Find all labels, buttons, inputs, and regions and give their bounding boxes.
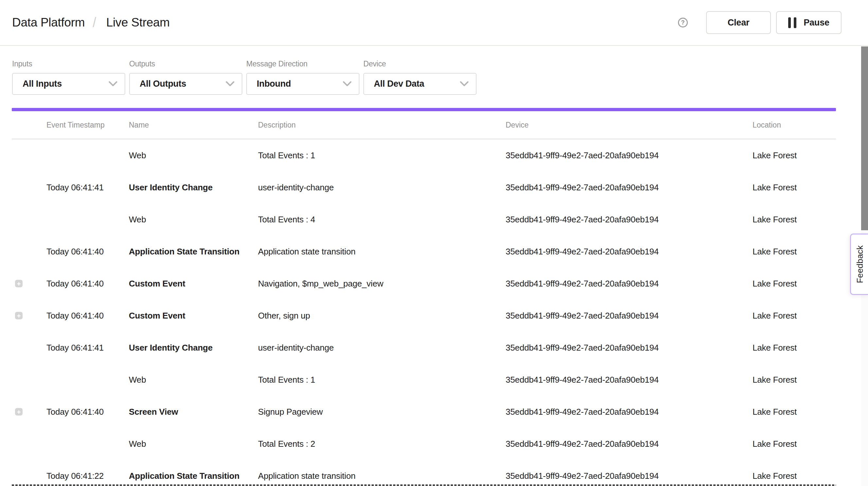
table-row: + Web Total Events : 1 35eddb41-9ff9-49e… [12, 364, 836, 396]
cell-location: Lake Forest [752, 471, 797, 481]
cell-name: User Identity Change [129, 343, 213, 353]
chevron-down-icon [460, 81, 469, 87]
cell-event-timestamp: Today 06:41:40 [46, 311, 104, 321]
cell-description: user-identity-change [258, 182, 334, 193]
table-row[interactable]: + Today 06:41:40 Custom Event Navigation… [12, 268, 836, 300]
dropdown-selected-value: Inbound [257, 79, 291, 89]
cell-device: 35eddb41-9ff9-49e2-7aed-20afa90eb194 [506, 407, 659, 417]
table-row: + Today 06:41:22 Application State Trans… [12, 460, 836, 486]
table-row: + Web Total Events : 4 35eddb41-9ff9-49e… [12, 204, 836, 236]
chevron-down-icon [226, 81, 235, 87]
pause-button[interactable]: Pause [776, 11, 841, 34]
scrollbar-thumb[interactable] [861, 47, 868, 230]
cell-location: Lake Forest [752, 439, 797, 449]
cell-device: 35eddb41-9ff9-49e2-7aed-20afa90eb194 [506, 343, 659, 353]
column-header-name: Name [129, 121, 149, 129]
cell-location: Lake Forest [752, 279, 797, 289]
cell-location: Lake Forest [752, 375, 797, 385]
filter-bar: Inputs All Inputs Outputs All Outputs Me… [12, 60, 476, 95]
cell-device: 35eddb41-9ff9-49e2-7aed-20afa90eb194 [506, 279, 659, 289]
filter-outputs: Outputs All Outputs [129, 60, 242, 95]
cell-device: 35eddb41-9ff9-49e2-7aed-20afa90eb194 [506, 215, 659, 225]
top-bar: Data Platform / Live Stream ? Clear Paus… [0, 0, 868, 46]
cell-device: 35eddb41-9ff9-49e2-7aed-20afa90eb194 [506, 247, 659, 257]
chevron-down-icon [108, 81, 117, 87]
column-header-description: Description [258, 121, 296, 129]
filter-message-direction: Message Direction Inbound [246, 60, 360, 95]
stream-accent-bar [12, 108, 836, 111]
clear-button[interactable]: Clear [706, 11, 771, 34]
cell-location: Lake Forest [752, 407, 797, 417]
message-direction-dropdown[interactable]: Inbound [246, 73, 360, 95]
cell-event-timestamp: Today 06:41:40 [46, 407, 104, 417]
cell-device: 35eddb41-9ff9-49e2-7aed-20afa90eb194 [506, 311, 659, 321]
cell-event-timestamp: Today 06:41:40 [46, 247, 104, 257]
cell-location: Lake Forest [752, 215, 797, 225]
cell-description: Application state transition [258, 247, 355, 257]
feedback-tab-label: Feedback [855, 245, 865, 283]
feedback-tab[interactable]: Feedback [850, 234, 868, 295]
cell-event-timestamp: Today 06:41:41 [46, 182, 104, 193]
filter-inputs: Inputs All Inputs [12, 60, 125, 95]
chevron-down-icon [343, 81, 351, 87]
cell-name: Screen View [129, 407, 178, 417]
pause-button-label: Pause [804, 18, 829, 28]
cell-device: 35eddb41-9ff9-49e2-7aed-20afa90eb194 [506, 150, 659, 160]
cell-description: Navigation, $mp_web_page_view [258, 279, 383, 289]
dropdown-selected-value: All Inputs [23, 79, 62, 89]
cell-name: Web [129, 439, 146, 449]
cell-name: Web [129, 375, 146, 385]
table-row: + Web Total Events : 2 35eddb41-9ff9-49e… [12, 428, 836, 460]
cell-name: Application State Transition [129, 247, 239, 257]
cell-name: Web [129, 215, 146, 225]
outputs-dropdown[interactable]: All Outputs [129, 73, 242, 95]
cell-description: user-identity-change [258, 343, 334, 353]
plus-icon: + [15, 408, 23, 416]
cell-description: Total Events : 1 [258, 375, 315, 385]
cell-event-timestamp: Today 06:41:41 [46, 343, 104, 353]
plus-icon: + [15, 280, 23, 287]
device-dropdown[interactable]: All Dev Data [363, 73, 476, 95]
table-row[interactable]: + Today 06:41:40 Screen View Signup Page… [12, 396, 836, 428]
filter-label: Message Direction [246, 60, 360, 68]
table-row[interactable]: + Today 06:41:40 Custom Event Other, sig… [12, 300, 836, 332]
cell-location: Lake Forest [752, 247, 797, 257]
cell-name: Web [129, 150, 146, 160]
cell-device: 35eddb41-9ff9-49e2-7aed-20afa90eb194 [506, 182, 659, 193]
cell-description: Signup Pageview [258, 407, 323, 417]
live-stream-table: Event Timestamp Name Description Device … [12, 111, 836, 486]
table-row: + Today 06:41:40 Application State Trans… [12, 236, 836, 268]
cell-name: Application State Transition [129, 471, 239, 481]
cell-location: Lake Forest [752, 182, 797, 193]
expand-row-button[interactable]: + [15, 280, 23, 287]
cell-device: 35eddb41-9ff9-49e2-7aed-20afa90eb194 [506, 375, 659, 385]
expand-row-button[interactable]: + [15, 312, 23, 320]
cell-event-timestamp: Today 06:41:40 [46, 279, 104, 289]
top-bar-actions: ? Clear Pause [678, 11, 841, 34]
table-row: + Today 06:41:41 User Identity Change us… [12, 171, 836, 204]
column-header-device: Device [506, 121, 529, 129]
help-icon[interactable]: ? [678, 18, 688, 28]
cell-location: Lake Forest [752, 311, 797, 321]
expand-row-button[interactable]: + [15, 408, 23, 416]
cell-location: Lake Forest [752, 343, 797, 353]
breadcrumb-root[interactable]: Data Platform [12, 16, 85, 29]
table-header-row: Event Timestamp Name Description Device … [12, 111, 836, 139]
pause-icon [788, 17, 796, 28]
table-row: + Web Total Events : 1 35eddb41-9ff9-49e… [12, 139, 836, 171]
breadcrumb-separator-icon: / [93, 15, 96, 30]
cell-name: Custom Event [129, 311, 185, 321]
filter-label: Inputs [12, 60, 125, 68]
filter-label: Device [363, 60, 476, 68]
cell-device: 35eddb41-9ff9-49e2-7aed-20afa90eb194 [506, 439, 659, 449]
dropdown-selected-value: All Outputs [140, 79, 186, 89]
dropdown-selected-value: All Dev Data [374, 79, 424, 89]
cell-description: Total Events : 4 [258, 215, 315, 225]
inputs-dropdown[interactable]: All Inputs [12, 73, 125, 95]
column-header-location: Location [752, 121, 781, 129]
column-header-event-timestamp: Event Timestamp [46, 121, 105, 129]
table-body: + Web Total Events : 1 35eddb41-9ff9-49e… [12, 139, 836, 486]
plus-icon: + [15, 312, 23, 320]
cell-description: Total Events : 2 [258, 439, 315, 449]
cell-description: Total Events : 1 [258, 150, 315, 160]
